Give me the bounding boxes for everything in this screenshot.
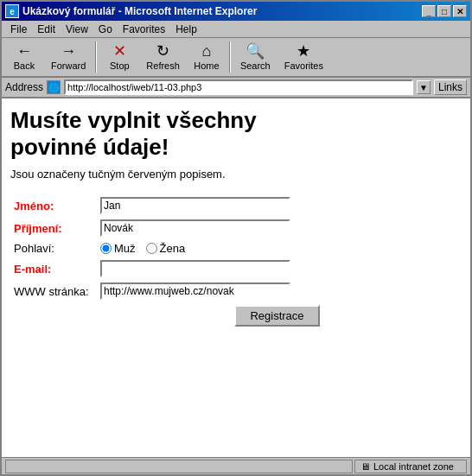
forward-icon: → (61, 43, 76, 59)
form-row-jmeno: Jméno: (10, 194, 457, 217)
address-icon: 🌐 (47, 80, 61, 94)
submit-button[interactable]: Registrace (234, 305, 319, 327)
radio-muz-label[interactable]: Muž (100, 242, 136, 255)
menu-favorites[interactable]: Favorites (118, 22, 170, 36)
menu-go[interactable]: Go (93, 22, 118, 36)
browser-window: e Ukázkový formulář - Microsoft Internet… (0, 0, 472, 476)
input-email[interactable] (100, 260, 290, 277)
menu-help[interactable]: Help (170, 22, 202, 36)
stop-button[interactable]: ✕ Stop (100, 40, 138, 74)
address-bar: Address 🌐 ▼ Links (2, 78, 470, 98)
registration-form: Jméno: Příjmení: Pohlaví: (10, 194, 457, 329)
form-row-pohlavi: Pohlaví: Muž Žena (10, 239, 457, 257)
input-jmeno[interactable] (100, 197, 290, 214)
zone-icon: 🖥 (360, 461, 370, 472)
home-icon: ⌂ (201, 43, 211, 59)
title-bar: e Ukázkový formulář - Microsoft Internet… (2, 2, 470, 21)
search-icon: 🔍 (246, 43, 265, 59)
menu-bar: File Edit View Go Favorites Help (2, 21, 470, 38)
label-pohlavi: Pohlaví: (14, 242, 54, 255)
back-icon: ← (16, 43, 32, 59)
browser-icon: e (5, 4, 19, 18)
menu-edit[interactable]: Edit (32, 22, 61, 36)
favorites-icon: ★ (297, 43, 310, 59)
form-row-prijmeni: Příjmení: (10, 217, 457, 239)
status-bar: 🖥 Local intranet zone (2, 457, 470, 474)
form-row-www: WWW stránka: (10, 280, 457, 302)
radio-zena-text: Žena (160, 242, 186, 255)
input-www[interactable] (100, 282, 290, 300)
label-www: WWW stránka: (14, 285, 89, 298)
stop-label: Stop (110, 60, 130, 71)
menu-view[interactable]: View (61, 22, 93, 36)
refresh-icon: ↻ (156, 43, 169, 59)
stop-icon: ✕ (113, 43, 126, 59)
content-area: Musíte vyplnit všechny povinné údaje! Js… (2, 98, 470, 457)
radio-muz-text: Muž (114, 242, 136, 255)
toolbar-separator-2 (229, 41, 231, 73)
title-bar-left: e Ukázkový formulář - Microsoft Internet… (5, 4, 257, 18)
radio-zena-label[interactable]: Žena (146, 242, 186, 255)
zone-label: Local intranet zone (373, 461, 454, 472)
label-jmeno: Jméno: (14, 200, 54, 213)
refresh-label: Refresh (146, 60, 180, 71)
status-zone: 🖥 Local intranet zone (354, 460, 467, 473)
address-label: Address (5, 81, 43, 93)
address-input[interactable] (64, 79, 413, 95)
toolbar: ← Back → Forward ✕ Stop ↻ Refresh ⌂ Home… (2, 38, 470, 78)
label-prijmeni: Příjmení: (14, 222, 62, 235)
links-button[interactable]: Links (434, 79, 467, 95)
window-title: Ukázkový formulář - Microsoft Internet E… (22, 5, 257, 17)
back-label: Back (14, 60, 35, 71)
home-button[interactable]: ⌂ Home (188, 40, 226, 74)
close-button[interactable]: ✕ (453, 5, 467, 17)
forward-button[interactable]: → Forward (45, 40, 92, 74)
back-button[interactable]: ← Back (5, 40, 43, 74)
search-button[interactable]: 🔍 Search (234, 40, 277, 74)
form-row-submit: Registrace (10, 302, 457, 329)
heading-line2: povinné údaje! (10, 134, 169, 160)
input-prijmeni[interactable] (100, 219, 290, 237)
menu-file[interactable]: File (5, 22, 32, 36)
page-heading: Musíte vyplnit všechny povinné údaje! (10, 107, 457, 161)
page-subtitle: Jsou označeny tučným červeným popisem. (10, 168, 457, 181)
home-label: Home (194, 60, 219, 71)
label-email: E-mail: (14, 263, 51, 276)
address-dropdown-button[interactable]: ▼ (417, 80, 431, 94)
title-bar-buttons: _ □ ✕ (422, 5, 467, 17)
radio-zena[interactable] (146, 243, 157, 254)
forward-label: Forward (51, 60, 86, 71)
favorites-label: Favorites (284, 60, 323, 71)
form-row-email: E-mail: (10, 257, 457, 280)
radio-muz[interactable] (100, 243, 112, 254)
search-label: Search (240, 60, 271, 71)
refresh-button[interactable]: ↻ Refresh (140, 40, 186, 74)
toolbar-separator-1 (95, 41, 97, 73)
heading-line1: Musíte vyplnit všechny (10, 107, 257, 133)
radio-group-pohlavi: Muž Žena (100, 242, 454, 255)
minimize-button[interactable]: _ (422, 5, 436, 17)
favorites-button[interactable]: ★ Favorites (278, 40, 329, 74)
maximize-button[interactable]: □ (437, 5, 451, 17)
status-left (5, 460, 353, 473)
